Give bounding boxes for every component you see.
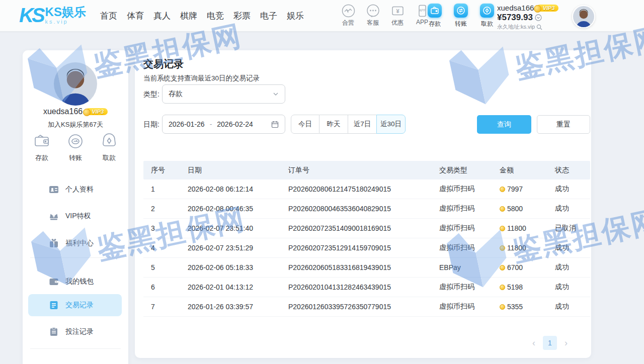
cell-date: 2026-01-26 03:39:57 (188, 303, 288, 311)
cell-type: 虚拟币扫码 (439, 243, 500, 252)
quick-range-group: 今日昨天近7日近30日 (291, 115, 406, 134)
nav-item[interactable]: 娱乐 (287, 10, 304, 22)
table-row: 6 2026-02-01 04:13:12 P20260201041312824… (143, 278, 590, 297)
header-user-info: xuedsa166 VIP3 ¥5739.93 永久地址:ks.vip (497, 4, 573, 31)
nav-item[interactable]: 体育 (127, 10, 144, 22)
cell-status: 已取消 (555, 224, 590, 233)
menu-item-wallet[interactable]: 我的钱包 (28, 270, 122, 293)
chevron-down-icon (273, 91, 279, 97)
cell-type: 虚拟币扫码 (439, 185, 500, 194)
page-number[interactable]: 1 (543, 336, 557, 350)
transactions-icon (49, 300, 59, 310)
withdraw-button[interactable]: 取款 (478, 4, 496, 28)
table-header: 序号 日期 订单号 交易类型 金额 状态 (143, 161, 590, 179)
nav-item[interactable]: 首页 (100, 10, 117, 22)
cell-no: 3 (143, 224, 188, 232)
page-subtitle: 当前系统支持查询最近30日的交易记录 (143, 74, 260, 83)
table-row: 3 2026-02-07 23:51:40 P20260207235140900… (143, 219, 590, 238)
quick-range-button[interactable]: 近30日 (376, 115, 406, 134)
balance: ¥5739.93 (497, 13, 533, 23)
customer-service-button[interactable]: 客服 (364, 4, 382, 27)
deposit-icon (33, 132, 51, 150)
cell-type: 虚拟币扫码 (439, 204, 500, 213)
user-avatar[interactable] (572, 5, 595, 28)
site-logo[interactable]: KS KS娱乐 ks.vip (19, 4, 86, 26)
header-blue-actions: 存款 转账 取款 (426, 4, 496, 28)
menu-item-profile[interactable]: 个人资料 (28, 178, 122, 201)
deposit-icon (428, 4, 442, 18)
pagination: ‹ 1 › (532, 336, 568, 350)
col-header: 交易类型 (439, 166, 500, 175)
cell-status: 成功 (555, 263, 590, 272)
promotions-button[interactable]: ¥ 优惠 (388, 4, 407, 27)
transfer-icon (66, 132, 85, 150)
cell-no: 1 (143, 185, 188, 193)
coin-icon (500, 226, 505, 231)
page-title: 交易记录 (143, 57, 184, 71)
table-row: 4 2026-02-07 23:51:29 P20260207235129141… (143, 238, 590, 258)
coin-icon (500, 187, 505, 192)
profile-name: xuedsa166 (43, 107, 83, 116)
next-page-button[interactable]: › (565, 336, 568, 350)
table-row: 7 2026-01-26 03:39:57 P20260126033957263… (143, 297, 590, 317)
withdraw-icon (100, 132, 118, 150)
handshake-icon (342, 4, 355, 18)
cell-date: 2026-02-06 05:18:33 (188, 263, 288, 271)
search-button[interactable]: 查询 (477, 115, 531, 134)
menu-item-transactions[interactable]: 交易记录 (28, 294, 122, 316)
table-body: 1 2026-02-08 06:12:14 P20260208061214751… (143, 179, 590, 317)
cell-type: EBPay (439, 263, 500, 271)
page: KS KS娱乐 ks.vip 首页体育真人棋牌电竞彩票电子娱乐 合营 (0, 0, 644, 364)
nav-item[interactable]: 电子 (260, 10, 277, 22)
cell-date: 2026-02-08 00:46:35 (188, 205, 288, 213)
vip-badge: VIP3 (536, 5, 558, 12)
date-range-input[interactable]: 2026-01-26 - 2026-02-24 (162, 115, 285, 134)
cell-no: 2 (143, 205, 188, 213)
nav-item[interactable]: 彩票 (233, 10, 251, 22)
menu-item-vip[interactable]: VIP特权 (28, 205, 122, 227)
partner-button[interactable]: 合营 (339, 4, 357, 27)
nav-item[interactable]: 棋牌 (180, 10, 197, 22)
withdraw-icon (480, 4, 494, 18)
cell-amount: 5355 (500, 303, 555, 311)
cell-date: 2026-02-08 06:12:14 (188, 185, 288, 193)
cell-type: 虚拟币扫码 (439, 283, 500, 292)
menu-divider (30, 348, 121, 349)
quick-range-button[interactable]: 今日 (291, 115, 319, 134)
sidebar-quick-actions: 存款 转账 取款 (23, 132, 128, 162)
sidebar-withdraw-button[interactable]: 取款 (98, 132, 121, 162)
promo-ticket-icon: ¥ (391, 4, 405, 18)
quick-range-button[interactable]: 昨天 (319, 115, 348, 134)
cell-amount: 6700 (500, 263, 555, 271)
cell-order: P2026020723514090018169015 (288, 224, 439, 232)
date-start: 2026-01-26 (169, 120, 205, 128)
coin-icon (500, 285, 505, 290)
table-row: 5 2026-02-06 05:18:33 P20260206051833168… (143, 258, 590, 278)
quick-range-button[interactable]: 近7日 (348, 115, 377, 134)
cell-no: 6 (143, 283, 188, 291)
menu-item-partial[interactable] (28, 358, 122, 364)
profile-avatar (54, 62, 97, 106)
profile-icon (49, 185, 59, 195)
menu-item-welfare[interactable]: 福利中心 (28, 232, 122, 254)
menu-item-betting-records[interactable]: 投注记录 (28, 321, 122, 343)
prev-page-button[interactable]: ‹ (532, 336, 535, 350)
sidebar-deposit-button[interactable]: 存款 (30, 132, 53, 162)
transfer-button[interactable]: 转账 (452, 4, 470, 28)
reset-button[interactable]: 重置 (537, 115, 590, 134)
col-header: 金额 (500, 166, 555, 175)
deposit-button[interactable]: 存款 (426, 4, 444, 28)
cell-amount: 7997 (500, 185, 555, 193)
cell-status: 成功 (555, 302, 590, 311)
cell-date: 2026-02-07 23:51:29 (188, 244, 288, 252)
balance-toggle-icon[interactable] (535, 14, 542, 21)
cell-amount: 5198 (500, 283, 555, 291)
nav-item[interactable]: 真人 (153, 10, 171, 22)
date-separator: - (210, 120, 212, 128)
date-end: 2026-02-24 (217, 120, 253, 128)
magnifier-icon[interactable] (536, 24, 542, 30)
nav-item[interactable]: 电竞 (207, 10, 224, 22)
type-select[interactable]: 存款 (162, 84, 285, 104)
sidebar-transfer-button[interactable]: 转账 (64, 132, 87, 162)
col-header: 状态 (555, 166, 590, 175)
